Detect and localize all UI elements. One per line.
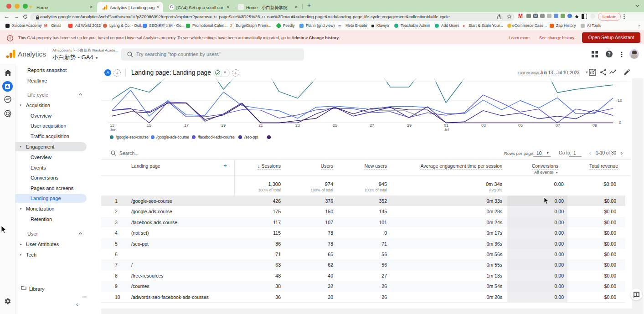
svg-text:21: 21 xyxy=(258,123,263,128)
svg-text:29: 29 xyxy=(407,123,412,128)
svg-text:03: 03 xyxy=(481,123,486,128)
svg-text:05: 05 xyxy=(518,123,523,128)
svg-text:19: 19 xyxy=(221,123,226,128)
svg-text:09: 09 xyxy=(592,123,597,128)
svg-text:01: 01 xyxy=(444,123,448,128)
svg-text:15: 15 xyxy=(147,123,151,128)
svg-text:27: 27 xyxy=(370,123,374,128)
svg-text:13: 13 xyxy=(110,123,114,128)
svg-text:0: 0 xyxy=(619,120,621,125)
svg-text:Jun: Jun xyxy=(110,128,117,132)
svg-text:10: 10 xyxy=(618,98,622,103)
svg-text:17: 17 xyxy=(184,123,189,128)
svg-text:25: 25 xyxy=(333,123,337,128)
svg-text:23: 23 xyxy=(295,123,300,128)
svg-text:Jul: Jul xyxy=(444,128,449,132)
svg-text:07: 07 xyxy=(556,123,560,128)
